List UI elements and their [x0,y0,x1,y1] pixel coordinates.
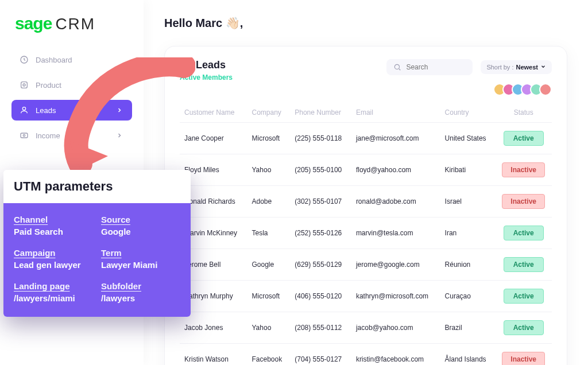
avatar [539,83,552,96]
status-badge: Inactive [502,352,545,365]
table-cell-status: Active [495,218,552,249]
product-icon [20,80,29,90]
table-row[interactable]: Floyd MilesYahoo(205) 555-0100floyd@yaho… [180,154,552,186]
utm-param-value: Lawyer Miami [101,260,180,270]
utm-param-label: Landing page [14,281,93,291]
table-cell-phone: (208) 555-0112 [290,312,351,344]
status-badge: Active [504,320,544,335]
dashboard-icon [20,55,29,64]
utm-param: CampaignLead gen lawyer [14,248,93,270]
table-cell-company: Microsoft [247,281,291,312]
table-cell-status: Active [495,312,552,344]
leads-icon [20,106,29,115]
status-badge: Active [504,257,544,272]
sidebar-item-label: Dashboard [36,56,72,64]
table-cell-email: marvin@tesla.com [351,218,440,249]
table-cell-email: kristin@facebook.com [351,344,440,366]
leads-col-header: Country [440,103,496,123]
table-cell-phone: (252) 555-0126 [290,218,351,249]
table-cell-country: Iran [440,218,496,249]
table-cell-name: Jacob Jones [180,312,247,344]
utm-param-value: Paid Search [14,227,93,236]
utm-param: TermLawyer Miami [101,248,180,270]
sidebar-item-label: Leads [36,106,56,115]
table-cell-phone: (225) 555-0118 [290,123,351,154]
page-greeting: Hello Marc 👋🏻, [164,16,567,30]
leads-col-header: Company [247,103,291,123]
utm-param: SourceGoogle [101,215,180,236]
svg-point-3 [22,107,25,110]
chevron-right-icon [115,131,124,140]
leads-col-header: Status [495,103,552,123]
table-cell-phone: (302) 555-0107 [290,186,351,218]
avatar-stack [497,83,552,96]
table-cell-name: Jane Cooper [180,123,247,154]
table-cell-country: Kiribati [440,154,496,186]
table-cell-status: Inactive [495,186,552,218]
status-badge: Inactive [502,162,545,177]
table-cell-company: Microsoft [247,123,291,154]
table-cell-phone: (704) 555-0127 [290,344,351,366]
status-badge: Active [504,131,544,146]
leads-col-header: Email [351,103,440,123]
table-row[interactable]: Jerome BellGoogle(629) 555-0129jerome@go… [180,249,552,281]
sidebar-item-product[interactable]: Product [11,75,132,95]
table-cell-country: Åland Islands [440,344,496,366]
svg-point-2 [23,84,25,86]
sidebar-item-income[interactable]: Income [11,125,132,146]
utm-param-value: /lawyers/miami [14,293,93,303]
table-cell-country: Israel [440,186,496,218]
search-input[interactable] [406,63,466,71]
utm-param-value: Lead gen lawyer [14,260,93,270]
utm-param: Landing page/lawyers/miami [14,281,93,303]
sort-value: Newest [516,64,538,71]
leads-col-header: Customer Name [180,103,247,123]
table-cell-phone: (629) 555-0129 [290,249,351,281]
sort-select[interactable]: Short by : Newest [481,60,552,74]
table-cell-company: Adobe [247,186,291,218]
table-cell-status: Active [495,123,552,154]
utm-param-value: Google [101,227,180,236]
svg-point-5 [23,134,25,136]
utm-param-label: Source [101,215,180,224]
sort-label: Short by : [486,64,513,71]
utm-param-label: Term [101,248,180,258]
table-cell-phone: (205) 555-0100 [290,154,351,186]
table-cell-email: floyd@yahoo.com [351,154,440,186]
table-cell-company: Google [247,249,291,281]
table-row[interactable]: Marvin McKinneyTesla(252) 555-0126marvin… [180,218,552,249]
sidebar-item-leads[interactable]: Leads [11,100,132,121]
search-box[interactable] [386,59,473,75]
table-row[interactable]: Kristin WatsonFacebook(704) 555-0127kris… [180,344,552,366]
svg-point-6 [395,64,400,69]
status-badge: Active [504,289,544,304]
brand-logo-sage: sage [15,14,52,33]
table-cell-email: ronald@adobe.com [351,186,440,218]
brand-logo-crm: CRM [55,15,95,33]
panel-title: All Leads [180,59,233,71]
table-cell-name: Kristin Watson [180,344,247,366]
leads-panel: All Leads Active Members Short by : [164,46,567,365]
chevron-down-icon [540,64,546,71]
table-row[interactable]: Ronald RichardsAdobe(302) 555-0107ronald… [180,186,552,218]
table-row[interactable]: Kathryn MurphyMicrosoft(406) 555-0120kat… [180,281,552,312]
utm-param: Subfolder/lawyers [101,281,180,303]
sidebar-item-label: Income [36,131,60,140]
table-row[interactable]: Jacob JonesYahoo(208) 555-0112jacob@yaho… [180,312,552,344]
utm-param-label: Channel [14,215,93,224]
chevron-right-icon [115,106,124,115]
table-cell-company: Facebook [247,344,291,366]
sidebar-item-label: Product [36,81,61,90]
table-cell-status: Inactive [495,154,552,186]
main-content: Hello Marc 👋🏻, All Leads Active Members [144,0,588,365]
table-row[interactable]: Jane CooperMicrosoft(225) 555-0118jane@m… [180,123,552,154]
table-cell-status: Active [495,281,552,312]
utm-param-label: Subfolder [101,281,180,291]
utm-card-title: UTM parameters [3,170,191,203]
sidebar-item-dashboard[interactable]: Dashboard [11,49,132,70]
table-cell-company: Yahoo [247,154,291,186]
utm-param: ChannelPaid Search [14,215,93,236]
utm-param-value: /lawyers [101,293,180,303]
table-cell-email: jacob@yahoo.com [351,312,440,344]
income-icon [20,131,29,140]
